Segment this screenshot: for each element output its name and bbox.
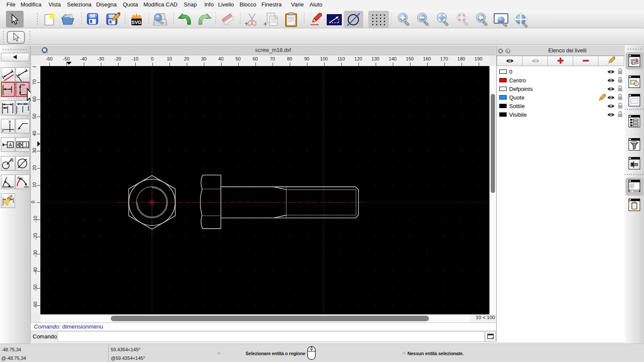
- svg-text:x: x: [9, 119, 11, 124]
- svg-text:c> command: c> command: [630, 190, 640, 193]
- svg-text:R: R: [10, 158, 14, 163]
- svg-text:A: A: [9, 142, 12, 147]
- svg-text:y: y: [2, 127, 4, 132]
- svg-text:.1: .1: [24, 142, 28, 147]
- svg-text:SVG: SVG: [131, 20, 141, 25]
